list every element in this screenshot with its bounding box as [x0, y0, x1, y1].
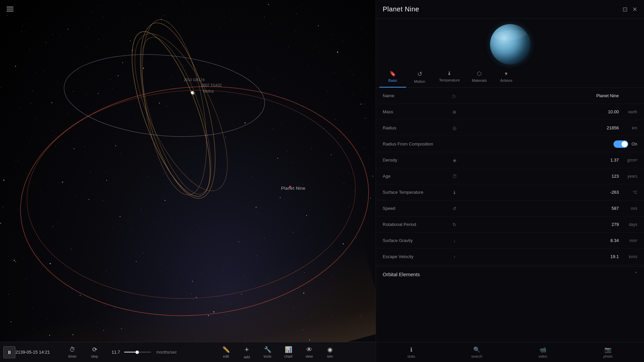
prop-icon-speed: ↺ [450, 206, 459, 211]
toolbar-tools: ✏️ edit + add 🔧 tools 📊 chart 👁 view ◉ s… [183, 344, 372, 361]
prop-row-mass: Mass ⊕ 10.00 earth [376, 104, 644, 120]
orbital-elements-chevron: ˅ [635, 271, 637, 278]
prop-label-mass: Mass [383, 109, 450, 114]
prop-icon-rotational-period: ↻ [450, 222, 459, 227]
orbital-elements-header[interactable]: Orbital Elements ˅ [376, 266, 644, 282]
kbo-label-1: 2010 GB174 [184, 78, 205, 82]
orbital-canvas [0, 0, 376, 362]
toggle-container: On [450, 140, 637, 148]
prop-row-surface-temp: Surface Temperature 🌡 -263 °C [376, 184, 644, 200]
prop-row-age: Age ⏱ 123 years [376, 168, 644, 184]
panel-title: Planet Nine [383, 5, 419, 13]
prop-row-speed: Speed ↺ 587 m/s [376, 200, 644, 217]
space-background: 2010 GB174 2007 TG422 Sedna Planet Nine [0, 0, 376, 362]
prop-row-rotational-period: Rotational Period ↻ 279 days [376, 217, 644, 233]
prop-unit-escape-velocity: km/s [619, 254, 637, 259]
prop-label-surface-gravity: Surface Gravity [383, 238, 450, 243]
tab-nav: 🔖 Basic ↺ Motion 🌡 Temperature ⬡ Materia… [376, 67, 644, 88]
svg-point-5 [116, 21, 246, 203]
radius-composition-toggle[interactable] [613, 140, 628, 148]
kbo-label-3: Sedna [203, 89, 214, 93]
properties-list: Name ▷ Planet Nine Mass ⊕ 10.00 earth Ra… [376, 88, 644, 342]
right-panel: Planet Nine ⊡ ✕ 🔖 Basic ↺ Motion 🌡 Tempe… [376, 0, 644, 362]
main-toolbar: ⏸ 2139-05-15 14:21 ⏱ timer ⟳ step 11.7 m… [0, 342, 376, 362]
planet-nine-scene-label: Planet Nine [281, 186, 306, 191]
sim-tool[interactable]: ◉ sim [320, 344, 340, 360]
panel-header: Planet Nine ⊡ ✕ [376, 0, 644, 19]
prop-unit-density: g/cm³ [619, 158, 637, 163]
prop-icon-surface-temp: 🌡 [450, 190, 459, 195]
tab-temperature[interactable]: 🌡 Temperature [433, 67, 466, 87]
prop-unit-surface-gravity: m/s² [619, 238, 637, 243]
prop-value-name: Planet Nine [459, 93, 619, 98]
search-tool[interactable]: 🔍 search [467, 345, 486, 360]
toggle-label-on: On [632, 141, 637, 146]
svg-point-4 [131, 15, 218, 199]
time-display: 2139-05-15 14:21 [15, 350, 62, 355]
prop-label-rotational-period: Rotational Period [383, 222, 450, 227]
prop-icon-surface-gravity: ↓ [450, 238, 459, 243]
prop-row-name: Name ▷ Planet Nine [376, 88, 644, 104]
add-tool[interactable]: + add [237, 344, 257, 361]
tools-tool[interactable]: 🔧 tools [258, 344, 278, 360]
panel-bottom-bar: ℹ stats 🔍 search 📹 video 📷 photo [376, 342, 644, 362]
prop-label-escape-velocity: Escape Velocity [383, 254, 450, 259]
orbital-elements-title: Orbital Elements [383, 272, 420, 277]
chart-tool[interactable]: 📊 chart [278, 344, 299, 360]
prop-value-radius: 21856 [459, 125, 619, 130]
prop-row-density: Density ◈ 1.37 g/cm³ [376, 152, 644, 168]
prop-value-density: 1.37 [459, 158, 619, 163]
prop-unit-radius: km [619, 126, 637, 130]
pause-button[interactable]: ⏸ [3, 346, 15, 358]
hamburger-menu[interactable] [5, 5, 15, 13]
prop-icon-radius: ◎ [450, 125, 459, 131]
prop-value-escape-velocity: 19.1 [459, 254, 619, 259]
timer-button[interactable]: ⏱ timer [62, 345, 83, 360]
timer-controls: ⏱ timer ⟳ step 11.7 months/sec [62, 344, 177, 360]
prop-icon-name: ▷ [450, 93, 459, 99]
prop-label-density: Density [383, 158, 450, 163]
close-button[interactable]: ✕ [632, 6, 637, 13]
svg-point-7 [61, 47, 268, 144]
prop-unit-rotational-period: days [619, 222, 637, 227]
prop-icon-escape-velocity: ↑ [450, 254, 459, 259]
prop-label-radius: Radius [383, 125, 450, 130]
prop-label-age: Age [383, 174, 450, 179]
prop-row-radius-composition: Radius From Composition On [376, 136, 644, 152]
prop-row-escape-velocity: Escape Velocity ↑ 19.1 km/s [376, 249, 644, 265]
kbo-label-2: 2007 TG422 [201, 83, 222, 87]
prop-label-radius-composition: Radius From Composition [383, 141, 450, 146]
tab-basic[interactable]: 🔖 Basic [379, 67, 406, 87]
view-tool[interactable]: 👁 view [299, 345, 319, 360]
photo-tool[interactable]: 📷 photo [599, 345, 617, 360]
pin-button[interactable]: ⊡ [623, 6, 628, 13]
prop-value-speed: 587 [459, 206, 619, 211]
prop-value-rotational-period: 279 [459, 222, 619, 227]
planet-sphere [490, 24, 530, 64]
prop-row-radius: Radius ◎ 21856 km [376, 120, 644, 136]
prop-value-surface-gravity: 8.34 [459, 238, 619, 243]
prop-icon-age: ⏱ [450, 174, 459, 179]
svg-point-0 [11, 72, 376, 330]
tab-motion[interactable]: ↺ Motion [406, 67, 433, 87]
speed-slider[interactable] [124, 352, 151, 353]
video-tool[interactable]: 📹 video [534, 345, 551, 360]
speed-unit: months/sec [156, 350, 177, 355]
prop-icon-density: ◈ [450, 158, 459, 163]
tab-materials[interactable]: ⬡ Materials [466, 67, 493, 87]
step-button[interactable]: ⟳ step [85, 344, 105, 360]
prop-value-mass: 10.00 [459, 109, 619, 114]
speed-value: 11.7 [107, 350, 120, 355]
prop-unit-age: years [619, 174, 637, 179]
prop-unit-mass: earth [619, 110, 637, 114]
prop-unit-speed: m/s [619, 206, 637, 211]
prop-icon-mass: ⊕ [450, 109, 459, 115]
prop-label-speed: Speed [383, 206, 450, 211]
prop-value-age: 123 [459, 174, 619, 179]
planet-thumbnail [376, 19, 644, 67]
edit-tool[interactable]: ✏️ edit [216, 344, 236, 360]
tab-actions[interactable]: ▾ Actions [493, 67, 520, 87]
svg-point-6 [127, 30, 225, 201]
panel-controls: ⊡ ✕ [623, 6, 637, 13]
stats-tool[interactable]: ℹ stats [404, 345, 419, 360]
